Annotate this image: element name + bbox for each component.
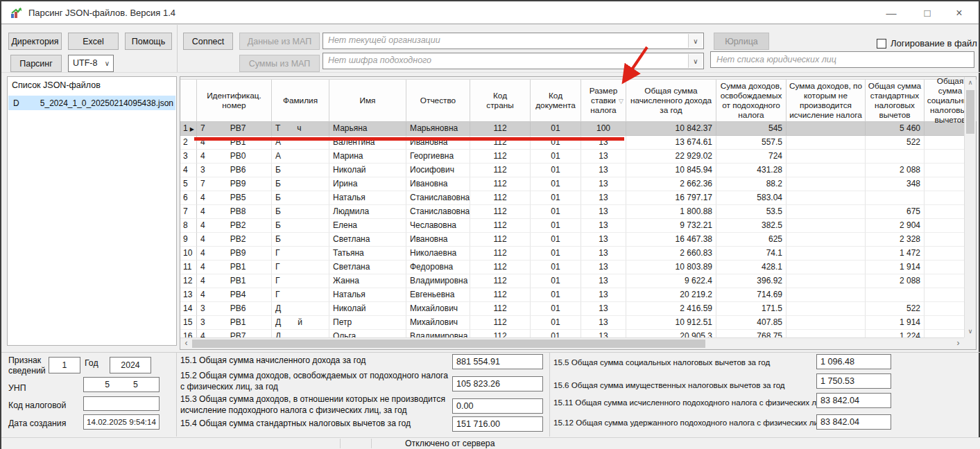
cell-soc-deduction[interactable] [925, 316, 965, 330]
column-header-9[interactable]: Сумма доходов, освобождаемых от подоходн… [716, 80, 786, 121]
cell-income-year[interactable]: 16 467.38 [626, 233, 716, 247]
cell-exempt-sum[interactable]: 396.92 [716, 274, 786, 288]
total-value-field[interactable]: 105 823.26 [452, 376, 543, 391]
table-row[interactable]: 84РВ2БЕленаЧеславовна11201139 732.21382.… [180, 219, 965, 233]
cell-tax-rate[interactable]: 13 [581, 136, 626, 150]
cell-surname[interactable]: Б [272, 177, 329, 191]
cell-country-code[interactable]: 112 [470, 302, 531, 316]
jur-list-field[interactable]: Нет списка юридических лиц [710, 51, 974, 68]
cell-name[interactable]: Ирина [329, 177, 406, 191]
kod-nalog-field[interactable] [83, 396, 160, 411]
column-header-1[interactable]: Идентификац. номер [197, 80, 272, 121]
cell-tax-rate[interactable]: 13 [581, 191, 626, 205]
cell-doc-code[interactable]: 01 [531, 302, 581, 316]
chevron-down-icon[interactable]: ∨ [688, 54, 703, 68]
cell-tax-rate[interactable]: 13 [581, 205, 626, 219]
cell-soc-deduction[interactable] [925, 247, 965, 261]
cell-patronymic[interactable]: Марьяновна [406, 122, 470, 136]
cell-std-deduction[interactable]: 675 [866, 205, 925, 219]
cell-soc-deduction[interactable] [925, 274, 965, 288]
column-header-4[interactable]: Отчество [406, 80, 470, 121]
cell-tax-rate[interactable]: 13 [581, 330, 626, 337]
cell-id[interactable]: 4РВ0 [197, 150, 272, 164]
cell-surname[interactable]: Г [272, 261, 329, 274]
cell-not-calculated-sum[interactable] [786, 274, 866, 288]
cell-income-year[interactable]: 16 797.17 [626, 191, 716, 205]
cell-surname[interactable]: Б [272, 205, 329, 219]
cell-country-code[interactable]: 112 [470, 122, 531, 136]
cell-income-year[interactable]: 10 912.51 [626, 316, 716, 330]
cell-name[interactable]: Марьяна [329, 122, 406, 136]
cell-surname[interactable]: Тч [272, 122, 329, 136]
cell-income-year[interactable]: 10 842.37 [626, 122, 716, 136]
cell-name[interactable]: Людмила [329, 205, 406, 219]
cell-income-year[interactable]: 20 219.2 [626, 288, 716, 302]
cell-tax-rate[interactable]: 100 [581, 122, 626, 136]
row-number[interactable]: 6 [180, 191, 197, 205]
cell-not-calculated-sum[interactable] [786, 261, 866, 274]
scroll-right-icon[interactable]: › [952, 338, 964, 349]
cell-doc-code[interactable]: 01 [531, 316, 581, 330]
cell-surname[interactable]: А [272, 150, 329, 164]
cell-surname[interactable]: А [272, 136, 329, 150]
cell-income-year[interactable]: 1 800.88 [626, 205, 716, 219]
cell-patronymic[interactable]: Владимировна [406, 330, 470, 337]
cell-doc-code[interactable]: 01 [531, 261, 581, 274]
cell-id[interactable]: 7РВ9 [197, 177, 272, 191]
cell-not-calculated-sum[interactable] [786, 247, 866, 261]
cell-surname[interactable]: Д [272, 302, 329, 316]
cell-not-calculated-sum[interactable] [786, 191, 866, 205]
horizontal-scroll-thumb[interactable] [192, 340, 705, 348]
row-number[interactable]: 5 [180, 177, 197, 191]
directory-button[interactable]: Директория [8, 33, 62, 50]
cell-surname[interactable]: Дй [272, 316, 329, 330]
cell-surname[interactable]: Д [272, 330, 329, 337]
cell-country-code[interactable]: 112 [470, 136, 531, 150]
table-row[interactable]: 34РВ0АМаринаГеоргиевна112011322 929.0272… [180, 150, 965, 164]
cell-country-code[interactable]: 112 [470, 164, 531, 177]
cell-soc-deduction[interactable] [925, 150, 965, 164]
total-value-field[interactable]: 1 096.48 [816, 354, 891, 369]
column-header-3[interactable]: Имя [329, 80, 406, 121]
table-row[interactable]: 134РВ4ГНатальяЕвгеньевна112011320 219.27… [180, 288, 965, 302]
cell-soc-deduction[interactable] [925, 219, 965, 233]
cell-income-year[interactable]: 22 929.02 [626, 150, 716, 164]
cell-name[interactable]: Елена [329, 219, 406, 233]
cell-doc-code[interactable]: 01 [531, 205, 581, 219]
organization-combo[interactable]: Нет текущей организации ∨ [323, 33, 704, 49]
cell-soc-deduction[interactable] [925, 177, 965, 191]
cell-not-calculated-sum[interactable] [786, 302, 866, 316]
cell-id[interactable]: 4РВ9 [197, 247, 272, 261]
cell-income-year[interactable]: 9 732.21 [626, 219, 716, 233]
cell-tax-rate[interactable]: 13 [581, 274, 626, 288]
cell-id[interactable]: 4РВ2 [197, 233, 272, 247]
cell-patronymic[interactable]: Федоровна [406, 261, 470, 274]
cell-doc-code[interactable]: 01 [531, 288, 581, 302]
cell-doc-code[interactable]: 01 [531, 233, 581, 247]
column-header-10[interactable]: Сумма доходов, по которым не производитс… [786, 80, 866, 121]
vertical-scrollbar[interactable]: ∧ ∨ [964, 77, 976, 337]
total-value-field[interactable]: 0.00 [452, 398, 543, 414]
cell-exempt-sum[interactable]: 545 [716, 122, 786, 136]
unp-field[interactable]: 55 [83, 377, 160, 392]
table-row[interactable]: 143РВ6ДНиколайМихайлович11201132 416.591… [180, 302, 965, 316]
cell-std-deduction[interactable]: 522 [866, 302, 925, 316]
chevron-down-icon[interactable]: ∨ [688, 34, 703, 48]
cell-id[interactable]: 4РВ5 [197, 191, 272, 205]
cell-exempt-sum[interactable]: 625 [716, 233, 786, 247]
cell-patronymic[interactable]: Георгиевна [406, 150, 470, 164]
horizontal-scrollbar[interactable]: ‹ › [180, 337, 964, 349]
logging-checkbox-label[interactable]: Логирование в файл [891, 38, 977, 49]
column-header-7[interactable]: Размер ставки налога▽ [581, 80, 626, 121]
god-field[interactable]: 2024 [110, 357, 151, 373]
close-icon[interactable]: × [947, 4, 971, 21]
cell-soc-deduction[interactable] [925, 233, 965, 247]
cell-tax-rate[interactable]: 13 [581, 316, 626, 330]
cell-patronymic[interactable]: Ивановна [406, 136, 470, 150]
cell-tax-rate[interactable]: 13 [581, 150, 626, 164]
table-row[interactable]: 164РВ7ДОльгаВладимировна112011320 905.37… [180, 330, 965, 337]
cell-tax-rate[interactable]: 13 [581, 261, 626, 274]
cell-id[interactable]: 3РВ1 [197, 316, 272, 330]
cell-name[interactable]: Наталья [329, 191, 406, 205]
row-number[interactable]: 3 [180, 150, 197, 164]
